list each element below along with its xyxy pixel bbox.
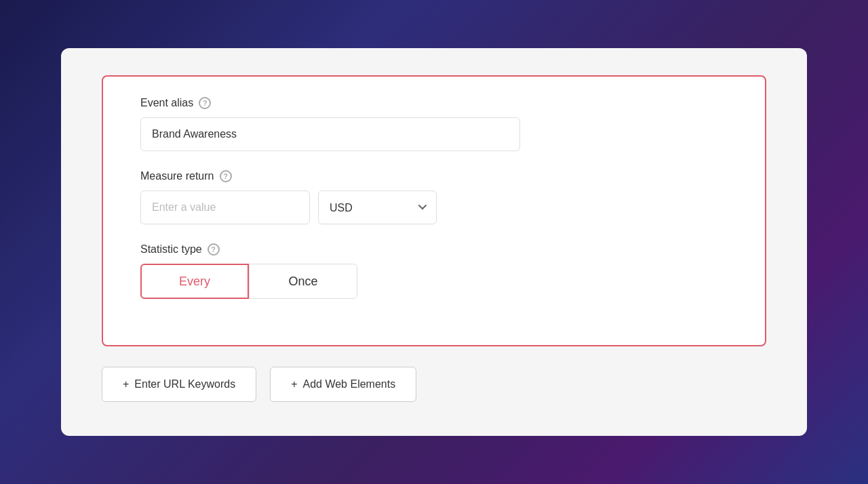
event-alias-input[interactable] [140,117,520,151]
measure-return-row: USD EUR GBP JPY [140,190,728,224]
add-web-label: Add Web Elements [302,378,395,390]
measure-return-label-text: Measure return [140,170,214,182]
inner-section: Event alias ? Measure return ? USD EUR G… [102,75,766,346]
stat-btn-once[interactable]: Once [249,264,357,299]
event-alias-help-icon[interactable]: ? [199,97,211,109]
statistic-type-group: Statistic type ? Every Once [140,243,728,299]
main-card: Event alias ? Measure return ? USD EUR G… [61,48,807,436]
add-web-icon: + [291,378,297,390]
statistic-type-label-text: Statistic type [140,243,202,256]
event-alias-group: Event alias ? [140,97,728,151]
enter-url-icon: + [123,378,129,390]
add-web-elements-button[interactable]: + Add Web Elements [270,367,416,402]
event-alias-label-text: Event alias [140,97,193,109]
currency-select[interactable]: USD EUR GBP JPY [318,190,437,224]
statistic-type-label: Statistic type ? [140,243,728,256]
measure-return-label: Measure return ? [140,170,728,182]
statistic-type-buttons: Every Once [140,264,728,299]
measure-return-value-input[interactable] [140,190,310,224]
enter-url-label: Enter URL Keywords [134,378,235,390]
measure-return-help-icon[interactable]: ? [220,170,232,182]
event-alias-label: Event alias ? [140,97,728,109]
enter-url-button[interactable]: + Enter URL Keywords [102,367,256,402]
measure-return-group: Measure return ? USD EUR GBP JPY [140,170,728,224]
statistic-type-help-icon[interactable]: ? [208,243,220,256]
bottom-buttons: + Enter URL Keywords + Add Web Elements [102,367,766,402]
stat-btn-every[interactable]: Every [140,264,249,299]
